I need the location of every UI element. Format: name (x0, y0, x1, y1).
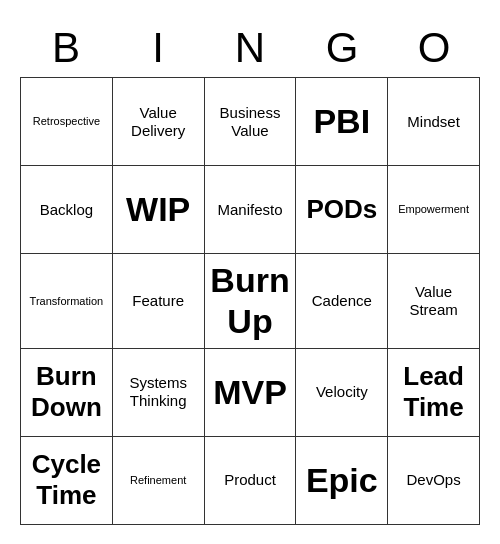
bingo-letter: B (20, 19, 112, 77)
bingo-cell: SystemsThinking (113, 349, 205, 437)
bingo-cell: ValueDelivery (113, 78, 205, 166)
bingo-cell: BusinessValue (205, 78, 297, 166)
bingo-letter: G (296, 19, 388, 77)
cell-label: BurnDown (31, 361, 102, 423)
bingo-cell: WIP (113, 166, 205, 254)
bingo-header: BINGO (20, 19, 480, 77)
cell-label: Mindset (407, 113, 460, 131)
bingo-cell: CycleTime (21, 437, 113, 525)
cell-label: Product (224, 471, 276, 489)
bingo-cell: Feature (113, 254, 205, 349)
cell-label: SystemsThinking (129, 374, 187, 410)
bingo-cell: DevOps (388, 437, 480, 525)
bingo-cell: Velocity (296, 349, 388, 437)
cell-label: DevOps (407, 471, 461, 489)
bingo-cell: PBI (296, 78, 388, 166)
bingo-cell: BurnUp (205, 254, 297, 349)
cell-label: Velocity (316, 383, 368, 401)
cell-label: WIP (126, 189, 190, 230)
cell-label: Manifesto (217, 201, 282, 219)
cell-label: PODs (306, 194, 377, 225)
cell-label: Retrospective (33, 115, 100, 128)
bingo-cell: Epic (296, 437, 388, 525)
bingo-cell: Empowerment (388, 166, 480, 254)
cell-label: CycleTime (32, 449, 101, 511)
cell-label: PBI (313, 101, 370, 142)
bingo-cell: Product (205, 437, 297, 525)
cell-label: Transformation (30, 295, 104, 308)
cell-label: MVP (213, 372, 287, 413)
bingo-cell: MVP (205, 349, 297, 437)
cell-label: LeadTime (403, 361, 464, 423)
cell-label: BusinessValue (220, 104, 281, 140)
bingo-cell: Retrospective (21, 78, 113, 166)
cell-label: ValueStream (409, 283, 457, 319)
bingo-cell: BurnDown (21, 349, 113, 437)
bingo-grid: RetrospectiveValueDeliveryBusinessValueP… (20, 77, 480, 525)
bingo-cell: LeadTime (388, 349, 480, 437)
cell-label: BurnUp (210, 260, 289, 342)
bingo-cell: Mindset (388, 78, 480, 166)
cell-label: Epic (306, 460, 378, 501)
bingo-card: BINGO RetrospectiveValueDeliveryBusiness… (10, 9, 490, 535)
bingo-cell: Transformation (21, 254, 113, 349)
cell-label: Empowerment (398, 203, 469, 216)
bingo-letter: O (388, 19, 480, 77)
bingo-cell: Cadence (296, 254, 388, 349)
cell-label: Refinement (130, 474, 186, 487)
bingo-cell: Backlog (21, 166, 113, 254)
bingo-letter: N (204, 19, 296, 77)
cell-label: ValueDelivery (131, 104, 185, 140)
bingo-cell: ValueStream (388, 254, 480, 349)
cell-label: Cadence (312, 292, 372, 310)
bingo-letter: I (112, 19, 204, 77)
cell-label: Backlog (40, 201, 93, 219)
bingo-cell: PODs (296, 166, 388, 254)
cell-label: Feature (132, 292, 184, 310)
bingo-cell: Refinement (113, 437, 205, 525)
bingo-cell: Manifesto (205, 166, 297, 254)
